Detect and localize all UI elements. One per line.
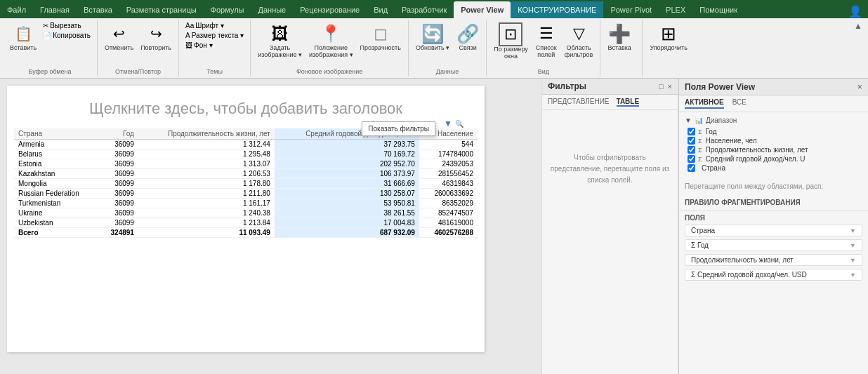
filters-close-icon[interactable]: × <box>668 82 672 91</box>
drop-field-income[interactable]: Σ Средний годовой доход/чел. USD ▼ <box>685 269 862 281</box>
filters-title: Фильтры <box>548 81 586 91</box>
cut-label: Вырезать <box>50 22 81 29</box>
tab-data[interactable]: Данные <box>251 1 293 18</box>
redo-button[interactable]: ↪ Повторить <box>138 21 174 53</box>
drop-field-country[interactable]: Страна ▼ <box>685 225 862 236</box>
sigma-icon-year: Σ <box>698 128 702 135</box>
tab-view[interactable]: Вид <box>367 1 395 18</box>
tab-active[interactable]: АКТИВНОЕ <box>685 98 724 109</box>
clipboard-label: Буфер обмена <box>3 68 97 75</box>
col-header-year[interactable]: Год <box>99 128 138 140</box>
font-label: Шрифт ▾ <box>195 22 224 29</box>
filter-icon2[interactable]: 🔍 <box>455 120 463 128</box>
image-position-button[interactable]: 📍 Положениеизображения ▾ <box>306 21 356 60</box>
connections-button[interactable]: 🔗 Связи <box>454 21 482 53</box>
filters-tab-table[interactable]: TABLE <box>617 98 640 107</box>
drop-arrow-year: ▼ <box>850 242 856 249</box>
table-row: Turkmenistan 36099 1 161.17 53 950.81 86… <box>14 199 478 208</box>
tab-home[interactable]: Главная <box>33 1 77 18</box>
undo-button[interactable]: ↩ Отменить <box>102 21 136 53</box>
filters-expand-icon[interactable]: □ <box>659 82 664 91</box>
field-checkbox-year[interactable] <box>688 128 695 135</box>
tab-file[interactable]: Файл <box>0 1 33 18</box>
fit-window-label: По размеруокна <box>494 46 528 60</box>
arrange-button[interactable]: ⊞ Упорядочить <box>647 21 690 53</box>
field-label-population[interactable]: Население, чел <box>706 137 757 145</box>
font-icon: Aa <box>185 22 194 29</box>
filters-header: Фильтры □ × <box>542 79 678 95</box>
field-checkbox-income[interactable] <box>688 155 695 163</box>
field-checkbox-country[interactable] <box>688 164 695 172</box>
table-row: Estonia 36099 1 313.07 202 952.70 243920… <box>14 159 478 169</box>
transparency-icon: ◻ <box>369 22 392 45</box>
table-row: Armenia 36099 1 312.44 37 293.75 544 <box>14 140 478 149</box>
paste-button[interactable]: 📋 Вставить <box>7 21 39 53</box>
tab-power-view[interactable]: Power View <box>454 1 511 18</box>
right-panel-close-icon[interactable]: × <box>857 81 862 92</box>
filters-tab-view[interactable]: ПРЕДСТАВЛЕНИЕ <box>548 98 610 107</box>
ribbon-body: 📋 Вставить ✂ Вырезать 📄 Копировать Буфер… <box>0 18 868 79</box>
insert-icon: ➕ <box>608 22 631 45</box>
right-panel-title: Поля Power View <box>685 82 755 92</box>
drop-field-life[interactable]: Продолжительность жизни, лет ▼ <box>685 254 862 266</box>
table-container: ▼ 🔍 Показать фильтры Страна Год Продолжи… <box>14 128 478 238</box>
cut-copy-col: ✂ Вырезать 📄 Копировать <box>41 21 93 50</box>
data-table: Страна Год Продолжительность жизни, лет … <box>14 128 478 238</box>
drag-hint: Перетащите поля между областями, расп: <box>679 177 868 196</box>
ribbon: Файл Главная Вставка Разметка страницы Ф… <box>0 0 868 79</box>
group-view-content: ⊡ По размеруокна ☰ Списокполей ▽ Область… <box>491 21 596 75</box>
tab-konstruirovanie[interactable]: КОНСТРУИРОВАНИЕ <box>511 1 603 18</box>
tab-help[interactable]: Помощник <box>692 1 744 18</box>
table-row: Ukraine 36099 1 240.38 38 261.55 8524745… <box>14 208 478 218</box>
group-themes-content: Aa Шрифт ▾ A Размер текста ▾ 🖼 Фон ▾ <box>183 21 246 75</box>
transparency-label: Прозрачность <box>360 45 401 52</box>
cut-button[interactable]: ✂ Вырезать <box>41 21 93 30</box>
fit-window-button[interactable]: ⊡ По размеруокна <box>491 21 531 62</box>
field-checkbox-population[interactable] <box>688 137 695 145</box>
refresh-button[interactable]: 🔄 Обновить ▾ <box>413 21 452 53</box>
set-image-button[interactable]: 🖼 Задатьизображение ▾ <box>255 21 305 60</box>
tab-plex[interactable]: PLEX <box>659 1 692 18</box>
tab-formulas[interactable]: Формулы <box>204 1 251 18</box>
field-list-button[interactable]: ☰ Списокполей <box>532 21 560 60</box>
filter-icon[interactable]: ▼ <box>444 119 452 128</box>
right-panel-header: Поля Power View × <box>679 79 868 95</box>
field-checkbox-life[interactable] <box>688 146 695 154</box>
tab-review[interactable]: Рецензирование <box>293 1 367 18</box>
field-label-income[interactable]: Средний годовой доход/чел. U <box>706 155 805 163</box>
ribbon-tab-bar: Файл Главная Вставка Разметка страницы Ф… <box>0 0 868 18</box>
tab-page-layout[interactable]: Разметка страницы <box>119 1 204 18</box>
filter-tooltip: Показать фильтры <box>362 121 435 136</box>
fontsize-button[interactable]: A Размер текста ▾ <box>183 31 246 40</box>
font-button[interactable]: Aa Шрифт ▾ <box>183 21 246 30</box>
fontsize-label: Размер текста ▾ <box>192 32 244 39</box>
filter-area-button[interactable]: ▽ Областьфильтров <box>562 21 596 60</box>
user-icon[interactable]: 👤 <box>848 5 862 18</box>
filter-area-icon: ▽ <box>567 22 590 45</box>
right-panel: Поля Power View × АКТИВНОЕ ВСЕ ▼ 📊 Диапа… <box>678 79 868 374</box>
field-label-country[interactable]: Страна <box>702 164 725 172</box>
ribbon-collapse-icon[interactable]: ▲ <box>854 21 862 31</box>
table-row: Kazakhstan 36099 1 206.53 106 373.97 281… <box>14 169 478 179</box>
image-position-icon: 📍 <box>320 22 342 45</box>
view-label: Вид <box>487 68 600 75</box>
col-header-life[interactable]: Продолжительность жизни, лет <box>138 128 275 140</box>
fields-section-expand-icon[interactable]: ▼ <box>685 116 692 124</box>
insert-button[interactable]: ➕ Вставка <box>605 21 633 53</box>
tab-all[interactable]: ВСЕ <box>732 98 747 109</box>
tab-developer[interactable]: Разработчик <box>395 1 454 18</box>
sigma-icon-life: Σ <box>698 147 702 154</box>
tab-power-pivot[interactable]: Power Pivot <box>603 1 659 18</box>
fields-section-title: ▼ 📊 Диапазон <box>685 116 862 124</box>
drop-field-year[interactable]: Σ Год ▼ <box>685 239 862 251</box>
set-image-label: Задатьизображение ▾ <box>258 45 302 59</box>
tab-insert[interactable]: Вставка <box>77 1 119 18</box>
background-button[interactable]: 🖼 Фон ▾ <box>183 41 246 50</box>
col-header-country[interactable]: Страна <box>14 128 99 140</box>
copy-button[interactable]: 📄 Копировать <box>41 31 93 40</box>
drop-arrow-country: ▼ <box>850 227 856 234</box>
field-label-year[interactable]: Год <box>706 128 717 135</box>
field-label-life[interactable]: Продолжительность жизни, лет <box>706 146 808 154</box>
transparency-button[interactable]: ◻ Прозрачность <box>357 21 404 53</box>
drop-field-year-label: Σ Год <box>691 241 709 249</box>
